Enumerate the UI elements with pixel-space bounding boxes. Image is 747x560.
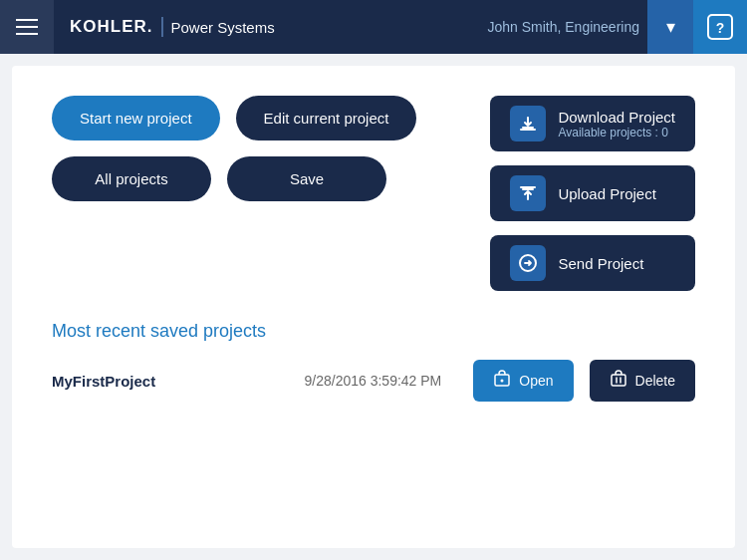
- download-icon-svg: [517, 113, 539, 135]
- logo-area: KOHLER. Power Systems: [54, 17, 291, 37]
- available-projects-sub: Available projects : 0: [558, 126, 668, 140]
- bottom-row-buttons: All projects Save: [52, 156, 416, 201]
- hamburger-line3: [16, 33, 38, 35]
- send-project-label: Send Project: [558, 255, 643, 272]
- send-icon-svg: [517, 252, 539, 274]
- delete-project-button[interactable]: Delete: [590, 360, 695, 402]
- delete-icon-svg: [610, 370, 627, 388]
- hamburger-button[interactable]: [0, 0, 54, 54]
- project-date: 9/28/2016 3:59:42 PM: [305, 373, 442, 389]
- available-count: 0: [661, 126, 668, 140]
- all-projects-button[interactable]: All projects: [52, 156, 211, 201]
- top-row-buttons: Start new project Edit current project: [52, 96, 416, 140]
- send-cloud-icon: [510, 245, 546, 281]
- send-project-content: Send Project: [558, 255, 643, 272]
- user-name: John Smith, Engineering: [487, 18, 647, 36]
- help-icon: ?: [707, 14, 733, 40]
- chevron-down-icon: ▾: [666, 16, 675, 38]
- upload-icon-svg: [517, 182, 539, 204]
- download-cloud-icon: [510, 106, 546, 141]
- right-cloud-buttons: Download Project Available projects : 0 …: [490, 96, 695, 291]
- left-buttons: Start new project Edit current project A…: [52, 96, 416, 291]
- open-label: Open: [519, 373, 553, 389]
- header: KOHLER. Power Systems John Smith, Engine…: [0, 0, 747, 54]
- delete-label: Delete: [635, 373, 675, 389]
- hamburger-line2: [16, 26, 38, 28]
- main-content: Start new project Edit current project A…: [12, 66, 735, 548]
- upload-project-button[interactable]: Upload Project: [490, 165, 695, 221]
- upload-project-label: Upload Project: [558, 185, 655, 202]
- upload-project-content: Upload Project: [558, 185, 655, 202]
- header-left: KOHLER. Power Systems: [0, 0, 291, 54]
- available-label: Available projects :: [558, 126, 658, 140]
- svg-rect-5: [612, 375, 625, 386]
- download-project-content: Download Project Available projects : 0: [558, 109, 675, 140]
- table-row: MyFirstProject 9/28/2016 3:59:42 PM Open: [52, 360, 695, 402]
- delete-icon: [610, 370, 627, 392]
- start-new-project-button[interactable]: Start new project: [52, 96, 220, 140]
- project-name: MyFirstProject: [52, 373, 289, 390]
- hamburger-line1: [16, 19, 38, 21]
- svg-point-4: [501, 380, 504, 383]
- user-name-text: John Smith: [487, 19, 557, 35]
- edit-current-project-button[interactable]: Edit current project: [236, 96, 417, 140]
- send-project-button[interactable]: Send Project: [490, 235, 695, 291]
- logo-kohler: KOHLER.: [70, 17, 153, 37]
- open-project-button[interactable]: Open: [473, 360, 573, 402]
- user-dept-text: , Engineering: [557, 19, 639, 35]
- recent-title: Most recent saved projects: [52, 321, 695, 342]
- help-button[interactable]: ?: [693, 0, 747, 54]
- user-info: John Smith, Engineering: [487, 18, 647, 36]
- logo-product: Power Systems: [171, 19, 275, 36]
- download-project-label: Download Project: [558, 109, 675, 126]
- svg-text:?: ?: [716, 20, 725, 36]
- user-dropdown-button[interactable]: ▾: [647, 0, 693, 54]
- logo-separator: [161, 17, 163, 37]
- header-right: John Smith, Engineering ▾ ?: [487, 0, 747, 54]
- recent-section: Most recent saved projects MyFirstProjec…: [52, 321, 695, 402]
- open-icon-svg: [493, 370, 511, 388]
- buttons-area: Start new project Edit current project A…: [52, 96, 695, 291]
- download-project-button[interactable]: Download Project Available projects : 0: [490, 96, 695, 151]
- open-icon: [493, 370, 511, 392]
- upload-cloud-icon: [510, 175, 546, 211]
- save-button[interactable]: Save: [227, 156, 386, 201]
